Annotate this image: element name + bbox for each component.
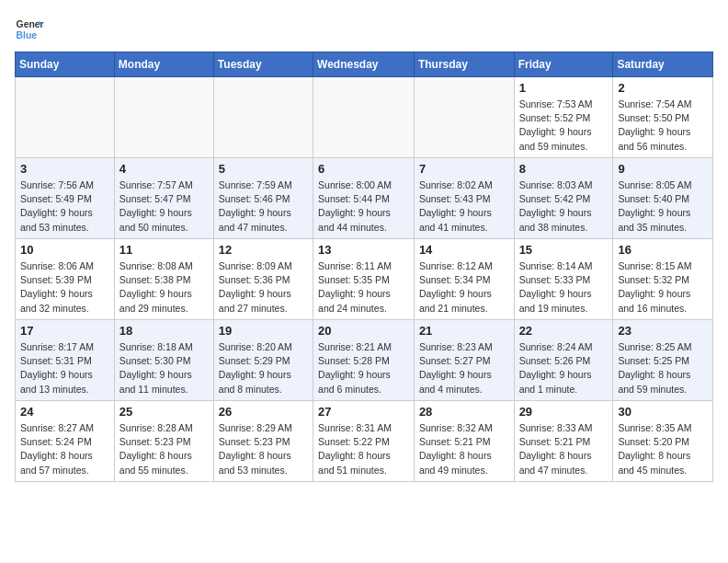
calendar-table: SundayMondayTuesdayWednesdayThursdayFrid…: [15, 52, 713, 482]
day-number: 28: [419, 405, 509, 419]
day-number: 20: [318, 324, 409, 338]
day-number: 4: [119, 162, 209, 176]
calendar-cell: 27Sunrise: 8:31 AM Sunset: 5:22 PM Dayli…: [313, 401, 415, 482]
day-info: Sunrise: 8:15 AM Sunset: 5:32 PM Dayligh…: [618, 259, 708, 316]
day-number: 12: [219, 243, 308, 257]
calendar-cell: 7Sunrise: 8:02 AM Sunset: 5:43 PM Daylig…: [414, 158, 514, 239]
calendar-cell: 29Sunrise: 8:33 AM Sunset: 5:21 PM Dayli…: [514, 401, 613, 482]
day-info: Sunrise: 8:23 AM Sunset: 5:27 PM Dayligh…: [419, 340, 509, 396]
calendar-cell: 11Sunrise: 8:08 AM Sunset: 5:38 PM Dayli…: [114, 239, 213, 320]
day-info: Sunrise: 8:24 AM Sunset: 5:26 PM Dayligh…: [519, 340, 609, 396]
day-number: 25: [119, 405, 209, 419]
day-info: Sunrise: 7:54 AM Sunset: 5:50 PM Dayligh…: [618, 98, 708, 154]
calendar-cell: 9Sunrise: 8:05 AM Sunset: 5:40 PM Daylig…: [613, 158, 713, 239]
weekday-header-cell: Monday: [114, 52, 213, 77]
calendar-cell: 16Sunrise: 8:15 AM Sunset: 5:32 PM Dayli…: [613, 239, 713, 320]
logo: General Blue: [15, 15, 44, 44]
calendar-week-row: 17Sunrise: 8:17 AM Sunset: 5:31 PM Dayli…: [16, 320, 713, 401]
day-info: Sunrise: 8:12 AM Sunset: 5:34 PM Dayligh…: [419, 259, 509, 316]
day-info: Sunrise: 8:17 AM Sunset: 5:31 PM Dayligh…: [20, 340, 109, 396]
day-number: 9: [618, 162, 708, 176]
weekday-header-cell: Saturday: [613, 52, 713, 77]
calendar-cell: [114, 77, 213, 158]
calendar-cell: 3Sunrise: 7:56 AM Sunset: 5:49 PM Daylig…: [16, 158, 115, 239]
day-number: 17: [20, 324, 109, 338]
calendar-cell: 20Sunrise: 8:21 AM Sunset: 5:28 PM Dayli…: [313, 320, 415, 401]
day-info: Sunrise: 8:32 AM Sunset: 5:21 PM Dayligh…: [419, 421, 509, 477]
day-number: 26: [219, 405, 308, 419]
calendar-cell: 21Sunrise: 8:23 AM Sunset: 5:27 PM Dayli…: [414, 320, 514, 401]
day-number: 2: [618, 81, 708, 95]
calendar-cell: 1Sunrise: 7:53 AM Sunset: 5:52 PM Daylig…: [514, 77, 613, 158]
day-info: Sunrise: 8:33 AM Sunset: 5:21 PM Dayligh…: [519, 421, 609, 477]
weekday-header-cell: Tuesday: [213, 52, 313, 77]
day-info: Sunrise: 7:56 AM Sunset: 5:49 PM Dayligh…: [20, 178, 109, 235]
calendar-body: 1Sunrise: 7:53 AM Sunset: 5:52 PM Daylig…: [16, 77, 713, 482]
day-number: 27: [318, 405, 409, 419]
day-info: Sunrise: 8:00 AM Sunset: 5:44 PM Dayligh…: [318, 178, 409, 235]
day-number: 21: [419, 324, 509, 338]
day-info: Sunrise: 8:35 AM Sunset: 5:20 PM Dayligh…: [618, 421, 708, 477]
weekday-header-cell: Friday: [514, 52, 613, 77]
calendar-cell: 30Sunrise: 8:35 AM Sunset: 5:20 PM Dayli…: [613, 401, 713, 482]
calendar-cell: 23Sunrise: 8:25 AM Sunset: 5:25 PM Dayli…: [613, 320, 713, 401]
calendar-cell: 15Sunrise: 8:14 AM Sunset: 5:33 PM Dayli…: [514, 239, 613, 320]
calendar-cell: 6Sunrise: 8:00 AM Sunset: 5:44 PM Daylig…: [313, 158, 415, 239]
day-info: Sunrise: 8:28 AM Sunset: 5:23 PM Dayligh…: [119, 421, 209, 477]
day-number: 3: [20, 162, 109, 176]
day-info: Sunrise: 8:09 AM Sunset: 5:36 PM Dayligh…: [219, 259, 308, 316]
day-info: Sunrise: 7:57 AM Sunset: 5:47 PM Dayligh…: [119, 178, 209, 235]
calendar-cell: 12Sunrise: 8:09 AM Sunset: 5:36 PM Dayli…: [213, 239, 313, 320]
day-number: 13: [318, 243, 409, 257]
calendar-cell: [313, 77, 415, 158]
day-number: 23: [618, 324, 708, 338]
day-info: Sunrise: 8:25 AM Sunset: 5:25 PM Dayligh…: [618, 340, 708, 396]
calendar-cell: 8Sunrise: 8:03 AM Sunset: 5:42 PM Daylig…: [514, 158, 613, 239]
calendar-cell: [16, 77, 115, 158]
day-info: Sunrise: 7:59 AM Sunset: 5:46 PM Dayligh…: [219, 178, 308, 235]
day-number: 8: [519, 162, 609, 176]
day-number: 19: [219, 324, 308, 338]
calendar-cell: 4Sunrise: 7:57 AM Sunset: 5:47 PM Daylig…: [114, 158, 213, 239]
calendar-week-row: 10Sunrise: 8:06 AM Sunset: 5:39 PM Dayli…: [16, 239, 713, 320]
day-info: Sunrise: 8:06 AM Sunset: 5:39 PM Dayligh…: [20, 259, 109, 316]
day-number: 14: [419, 243, 509, 257]
calendar-cell: [414, 77, 514, 158]
day-number: 10: [20, 243, 109, 257]
day-info: Sunrise: 8:05 AM Sunset: 5:40 PM Dayligh…: [618, 178, 708, 235]
day-number: 1: [519, 81, 609, 95]
calendar-cell: 28Sunrise: 8:32 AM Sunset: 5:21 PM Dayli…: [414, 401, 514, 482]
day-info: Sunrise: 8:31 AM Sunset: 5:22 PM Dayligh…: [318, 421, 409, 477]
calendar-cell: 19Sunrise: 8:20 AM Sunset: 5:29 PM Dayli…: [213, 320, 313, 401]
page-header: General Blue: [15, 15, 713, 44]
day-number: 30: [618, 405, 708, 419]
day-number: 7: [419, 162, 509, 176]
day-info: Sunrise: 8:03 AM Sunset: 5:42 PM Dayligh…: [519, 178, 609, 235]
day-number: 15: [519, 243, 609, 257]
calendar-cell: 22Sunrise: 8:24 AM Sunset: 5:26 PM Dayli…: [514, 320, 613, 401]
calendar-cell: 14Sunrise: 8:12 AM Sunset: 5:34 PM Dayli…: [414, 239, 514, 320]
calendar-cell: 18Sunrise: 8:18 AM Sunset: 5:30 PM Dayli…: [114, 320, 213, 401]
day-number: 5: [219, 162, 308, 176]
day-info: Sunrise: 8:14 AM Sunset: 5:33 PM Dayligh…: [519, 259, 609, 316]
calendar-cell: 26Sunrise: 8:29 AM Sunset: 5:23 PM Dayli…: [213, 401, 313, 482]
calendar-cell: 25Sunrise: 8:28 AM Sunset: 5:23 PM Dayli…: [114, 401, 213, 482]
day-info: Sunrise: 8:18 AM Sunset: 5:30 PM Dayligh…: [119, 340, 209, 396]
calendar-week-row: 1Sunrise: 7:53 AM Sunset: 5:52 PM Daylig…: [16, 77, 713, 158]
day-info: Sunrise: 8:11 AM Sunset: 5:35 PM Dayligh…: [318, 259, 409, 316]
calendar-cell: [213, 77, 313, 158]
weekday-header-row: SundayMondayTuesdayWednesdayThursdayFrid…: [16, 52, 713, 77]
calendar-cell: 10Sunrise: 8:06 AM Sunset: 5:39 PM Dayli…: [16, 239, 115, 320]
calendar-week-row: 24Sunrise: 8:27 AM Sunset: 5:24 PM Dayli…: [16, 401, 713, 482]
day-number: 16: [618, 243, 708, 257]
day-number: 6: [318, 162, 409, 176]
day-info: Sunrise: 8:20 AM Sunset: 5:29 PM Dayligh…: [219, 340, 308, 396]
calendar-week-row: 3Sunrise: 7:56 AM Sunset: 5:49 PM Daylig…: [16, 158, 713, 239]
day-number: 22: [519, 324, 609, 338]
calendar-cell: 2Sunrise: 7:54 AM Sunset: 5:50 PM Daylig…: [613, 77, 713, 158]
weekday-header-cell: Sunday: [16, 52, 115, 77]
calendar-cell: 17Sunrise: 8:17 AM Sunset: 5:31 PM Dayli…: [16, 320, 115, 401]
day-info: Sunrise: 8:29 AM Sunset: 5:23 PM Dayligh…: [219, 421, 308, 477]
day-number: 18: [119, 324, 209, 338]
calendar-cell: 13Sunrise: 8:11 AM Sunset: 5:35 PM Dayli…: [313, 239, 415, 320]
